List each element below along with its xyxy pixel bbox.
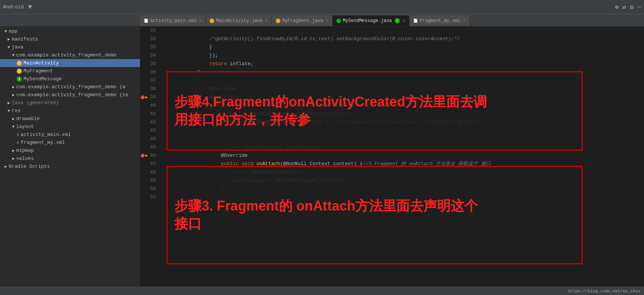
sidebar-item-values[interactable]: ▶ values [0,155,140,162]
code-line-44: private MySendMessage sendMessage; [162,135,641,143]
globe-icon[interactable]: ⊕ [615,3,619,11]
line-num-39: ▶ 39 [140,93,159,101]
settings-icon[interactable]: ⚙ [630,3,634,11]
sidebar-item-java[interactable]: ▼ java [0,43,140,51]
sidebar-item-mipmap[interactable]: ▶ mipmap [0,147,140,155]
xml-icon: ≡ [17,133,19,137]
folder-icon: ▶ [8,100,10,105]
tab-close-icon[interactable]: × [464,19,466,23]
tab-close-icon[interactable]: × [403,19,405,23]
sidebar-item-myfragment[interactable]: C MyFragment [0,67,140,75]
class-orange-icon: C [17,69,22,74]
sidebar-item-manifests[interactable]: ▶ manifests [0,35,140,43]
line-numbers: 31 32 33 34 35 36 37 38 ▶ 39 40 41 42 [140,27,159,287]
sidebar-item-pkg-android[interactable]: ▶ com.example.activity_fragment_demo (a [0,83,140,91]
breakpoint-icon [141,95,145,99]
code-line-34: return inflate; [162,52,641,60]
line-num-43: 43 [140,126,159,135]
sidebar-item-mysendmessage[interactable]: I MySendMessage [0,75,140,83]
line-num-48: 48 [140,168,159,176]
line-num-40: 40 [140,101,159,110]
line-num-47: 47 [140,160,159,168]
sidebar-item-pkg-test[interactable]: ▶ com.example.activity_fragment_demo (te [0,91,140,99]
folder-icon: ▼ [12,53,15,58]
code-line-51 [162,193,641,201]
folder-icon: ▶ [8,37,10,42]
code-editor[interactable]: 31 32 33 34 35 36 37 38 ▶ 39 40 41 42 [140,27,644,287]
top-bar: Android ▼ ⊕ ⇄ ⚙ — [0,0,644,14]
sync-icon[interactable]: ⇄ [622,3,626,11]
navigation-icon[interactable]: ▼ [28,4,32,11]
folder-icon: ▶ [12,156,15,161]
tab-close-icon[interactable]: × [199,19,202,23]
tab-close-icon[interactable]: × [266,19,268,23]
code-line-43 [162,126,641,135]
sidebar-item-layout[interactable]: ▼ layout [0,123,140,131]
sidebar-item-java-generated[interactable]: ▶ java (generated) [0,99,140,107]
line-num-31: 31 [140,27,159,35]
bottom-bar: https://blog.csdn.net/As_thin [0,287,644,295]
code-line-33: }); [162,43,641,52]
code-scroll-area[interactable]: 31 32 33 34 35 36 37 38 ▶ 39 40 41 42 [140,27,644,287]
sidebar-item-res[interactable]: ▼ res [0,107,140,115]
line-num-42: 42 [140,118,159,126]
xml-file-icon: 📄 [144,19,148,23]
folder-icon: ▶ [5,164,7,169]
folder-icon: ▼ [5,29,7,34]
badge-1: 1 [395,18,400,23]
line-num-50: 50 [140,185,159,193]
sidebar-item-app[interactable]: ▼ app [0,27,140,35]
app-title: Android [3,4,24,10]
code-line-37: @Override [162,76,641,85]
folder-icon: ▶ [12,148,15,153]
sidebar: ▼ app ▶ manifests ▼ java ▼ com.example.a… [0,27,140,287]
folder-icon: ▼ [8,109,10,113]
class-green-icon: I [17,76,22,82]
folder-icon: ▶ [12,84,15,89]
code-area: 31 32 33 34 35 36 37 38 ▶ 39 40 41 42 [140,27,644,287]
line-num-34: 34 [140,52,159,60]
tabs-bar: 📄 activity_main.xml × MainActivity.java … [0,14,644,27]
toolbar-icons: ⊕ ⇄ ⚙ — [615,3,641,11]
tab-myfragment-java[interactable]: MyFragment.java × [272,16,333,26]
line-num-51: 51 [140,193,159,201]
line-num-38: 38 [140,85,159,93]
line-num-44: 44 [140,135,159,143]
folder-icon: ▶ [12,92,15,97]
minimize-icon[interactable]: — [637,4,641,11]
main-content: ▼ app ▶ manifests ▼ java ▼ com.example.a… [0,27,644,287]
tab-fragment-my-xml[interactable]: 📄 fragment_my.xml × [409,16,470,26]
execution-arrow-icon: ▶ [145,151,148,160]
folder-icon: ▼ [8,45,10,50]
tab-mainactivity-java[interactable]: MainActivity.java × [206,16,272,26]
code-lines: /*getActivity().findViewById(R.id.tv_tex… [159,27,644,287]
class-orange-icon [276,19,280,23]
url-label: https://blog.csdn.net/As_thin [568,289,640,293]
folder-icon: ▶ [12,116,15,121]
line-num-33: 33 [140,43,159,52]
breakpoint-icon [141,154,145,158]
tab-mysendmessage-java[interactable]: MySendMessage.java 1 × [333,16,409,26]
line-num-49: 49 [140,176,159,185]
sidebar-item-gradle[interactable]: ▶ Gradle Scripts [0,162,140,170]
line-num-46: ▶ 46 [140,151,159,160]
class-green-icon [336,19,341,23]
tab-activity-main-xml[interactable]: 📄 activity_main.xml × [140,16,206,26]
sidebar-item-drawable[interactable]: ▶ drawable [0,115,140,123]
line-num-37: 37 [140,76,159,85]
sidebar-item-mainactivity[interactable]: C MainActivity [0,59,140,67]
line-num-41: 41 [140,110,159,118]
code-line-36 [162,68,641,76]
line-num-36: 36 [140,68,159,76]
tab-close-icon[interactable]: × [326,19,328,23]
execution-arrow-icon: ▶ [145,93,148,101]
xml-file-icon: 📄 [413,19,418,23]
line-num-35: 35 [140,60,159,68]
xml-icon: ≡ [17,140,19,145]
sidebar-item-pkg-main[interactable]: ▼ com.example.activity_fragment_demo [0,51,140,59]
code-line-50: } [162,185,641,193]
sidebar-item-fragment-my-xml[interactable]: ≡ fragment_my.xml [0,139,140,147]
line-num-32: 32 [140,35,159,43]
sidebar-item-activity-main-xml[interactable]: ≡ activity_main.xml [0,131,140,139]
class-orange-icon: C [17,61,22,66]
